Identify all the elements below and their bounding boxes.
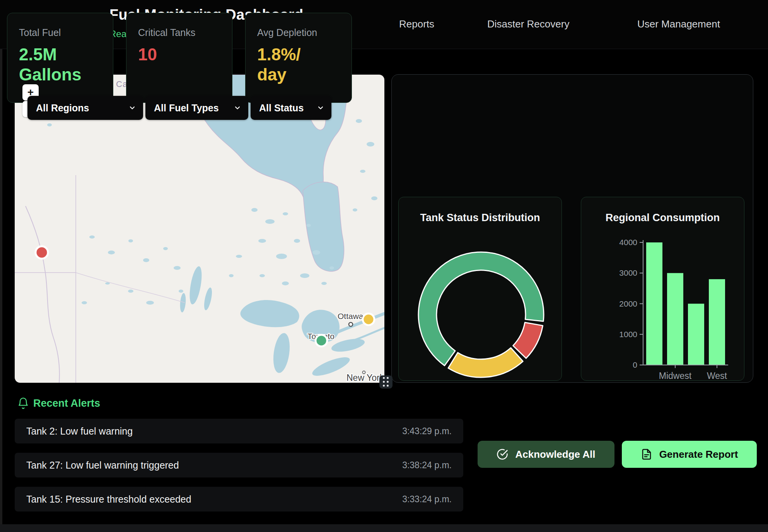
map-marker-critical[interactable] xyxy=(36,246,48,259)
region-filter-value: All Regions xyxy=(36,102,89,114)
map-water-lake-winnipeg xyxy=(188,266,204,305)
y-tick-label: 2000 xyxy=(619,299,637,308)
alert-message: Tank 15: Pressure threshold exceeded xyxy=(26,494,191,505)
map-boundaries xyxy=(15,175,185,383)
bar-West xyxy=(709,279,725,365)
regional-consumption-bar-chart: 01000200030004000MidwestWest xyxy=(581,197,745,381)
y-tick-label: 1000 xyxy=(619,330,637,339)
nav-user-management[interactable]: User Management xyxy=(637,18,720,30)
nav-disaster-recovery[interactable]: Disaster Recovery xyxy=(487,18,569,30)
alert-row[interactable]: Tank 27: Low fuel warning triggered 3:38… xyxy=(15,453,463,477)
alert-timestamp: 3:33:24 p.m. xyxy=(402,494,452,505)
bar-series-2 xyxy=(688,304,704,365)
stat-card-critical-tanks: Critical Tanks 10 xyxy=(126,13,232,103)
fuel-type-filter-dropdown[interactable]: All Fuel Types xyxy=(145,96,248,120)
acknowledge-all-button[interactable]: Acknowledge All xyxy=(478,441,614,468)
map-water-lake-ontario xyxy=(330,336,366,354)
map-marker-normal[interactable] xyxy=(316,335,327,346)
alert-message: Tank 27: Low fuel warning triggered xyxy=(26,460,179,471)
alerts-section-title: Recent Alerts xyxy=(33,397,100,409)
bar-series-0 xyxy=(646,242,662,365)
map-canvas: Canada Ottawa Toronto New York xyxy=(15,75,384,383)
stat-card-avg-depletion: Avg Depletion 1.8%/ day xyxy=(245,13,352,103)
alert-timestamp: 3:38:24 p.m. xyxy=(402,460,452,471)
alert-timestamp: 3:43:29 p.m. xyxy=(402,426,452,437)
bell-icon xyxy=(17,397,29,410)
app-root: AirMatrix Fuel Monitoring Dashboard Real… xyxy=(0,0,768,532)
map-label-new-york: New York xyxy=(346,373,384,383)
fuel-type-filter-value: All Fuel Types xyxy=(154,102,219,114)
chevron-down-icon xyxy=(317,104,324,112)
stat-value-line: 1.8%/ xyxy=(257,44,340,65)
map[interactable]: Canada Ottawa Toronto New York + All Reg… xyxy=(15,75,384,383)
stat-value: 2.5M Gallons xyxy=(19,44,101,85)
map-water-lake-michigan xyxy=(271,332,292,374)
stat-label: Avg Depletion xyxy=(257,27,340,38)
stat-value: 10 xyxy=(138,44,220,65)
x-tick-label: Midwest xyxy=(659,371,692,381)
donut-segment-warning xyxy=(448,348,523,377)
map-water-river xyxy=(350,328,384,341)
donut-segment-critical xyxy=(513,322,543,358)
ottawa-city-dot xyxy=(349,322,353,326)
stat-label: Total Fuel xyxy=(19,27,101,38)
tank-status-donut-chart xyxy=(399,197,562,381)
map-water-lake xyxy=(203,287,213,311)
window-bottom-bar xyxy=(0,524,768,532)
map-resize-handle[interactable] xyxy=(379,375,393,389)
nav-reports[interactable]: Reports xyxy=(399,18,434,30)
map-filters: All Regions All Fuel Types All Status xyxy=(27,96,331,120)
header: AirMatrix Fuel Monitoring Dashboard Real… xyxy=(0,0,768,49)
stat-value-line: day xyxy=(257,65,340,85)
stat-label: Critical Tanks xyxy=(138,27,220,38)
stat-value: 1.8%/ day xyxy=(257,44,340,85)
y-tick-label: 3000 xyxy=(619,268,637,277)
alert-message: Tank 2: Low fuel warning xyxy=(26,426,133,437)
chevron-down-icon xyxy=(234,104,241,112)
map-water-lake xyxy=(179,293,186,312)
alert-row[interactable]: Tank 15: Pressure threshold exceeded 3:3… xyxy=(15,487,463,512)
generate-report-button[interactable]: Generate Report xyxy=(622,441,757,468)
document-icon xyxy=(641,448,652,460)
tank-status-chart-card: Tank Status Distribution xyxy=(398,197,562,381)
generate-report-label: Generate Report xyxy=(659,448,738,460)
alert-row[interactable]: Tank 2: Low fuel warning 3:43:29 p.m. xyxy=(15,419,463,443)
status-filter-dropdown[interactable]: All Status xyxy=(251,96,331,120)
stat-value-line: Gallons xyxy=(19,65,101,85)
regional-consumption-chart-card: Regional Consumption 01000200030004000Mi… xyxy=(581,197,744,381)
stat-value-line: 2.5M xyxy=(19,44,101,65)
map-water-lake-erie xyxy=(310,354,352,380)
bar-Midwest xyxy=(667,273,683,365)
chevron-down-icon xyxy=(128,104,136,112)
y-tick-label: 0 xyxy=(633,360,637,369)
acknowledge-all-label: Acknowledge All xyxy=(515,448,595,460)
map-label-ottawa: Ottawa xyxy=(338,312,364,321)
x-tick-label: West xyxy=(707,371,727,381)
region-filter-dropdown[interactable]: All Regions xyxy=(27,96,143,120)
y-tick-label: 4000 xyxy=(619,238,637,247)
window-edge xyxy=(0,0,2,532)
map-water-lake-superior xyxy=(241,300,299,327)
check-circle-icon xyxy=(497,448,508,460)
map-marker-warning[interactable] xyxy=(363,314,374,325)
status-filter-value: All Status xyxy=(259,102,304,114)
stat-value-line: 10 xyxy=(138,44,220,65)
